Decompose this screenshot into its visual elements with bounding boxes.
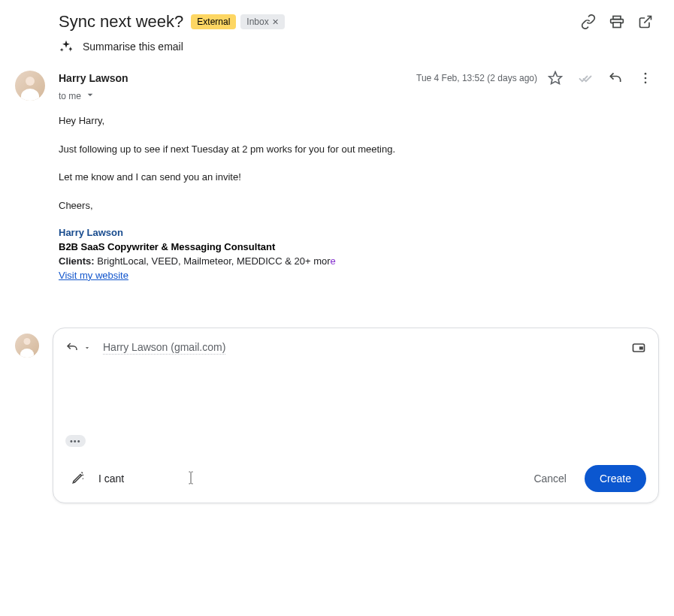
my-avatar: [15, 334, 39, 358]
sparkle-icon: [59, 39, 74, 54]
print-icon[interactable]: [609, 14, 624, 29]
email-timestamp: Tue 4 Feb, 13:52 (2 days ago): [416, 73, 537, 83]
popout-icon[interactable]: [631, 340, 646, 355]
create-button[interactable]: Create: [585, 465, 646, 492]
chevron-down-icon: [84, 89, 96, 103]
signature-link[interactable]: Visit my website: [59, 270, 128, 281]
text-cursor-icon: [186, 470, 196, 486]
recipient-label: to me: [59, 91, 81, 101]
signature-clients-text: BrightLocal, VEED, Mailmeteor, MEDDICC &…: [95, 255, 331, 267]
compose-card: Harry Lawson (gmail.com) ••• I cant: [53, 328, 659, 503]
signature-clients-accent: e: [331, 255, 336, 267]
more-icon[interactable]: [638, 71, 653, 86]
sender-name[interactable]: Harry Lawson: [59, 72, 128, 84]
svg-point-4: [645, 73, 647, 75]
svg-rect-8: [639, 347, 643, 350]
read-receipt-icon[interactable]: [578, 71, 593, 86]
sender-avatar[interactable]: [15, 71, 45, 101]
show-trimmed-button[interactable]: •••: [65, 435, 86, 447]
email-body: Hey Harry, Just following up to see if n…: [59, 113, 659, 213]
chevron-down-icon: [83, 344, 91, 352]
email-signature: Harry Lawson B2B SaaS Copywriter & Messa…: [59, 226, 659, 282]
draft-input[interactable]: I cant: [98, 473, 523, 485]
open-new-window-icon[interactable]: [638, 14, 653, 29]
recipient-dropdown[interactable]: to me: [59, 89, 659, 103]
summarise-button[interactable]: Summarise this email: [15, 39, 659, 54]
help-me-write-icon[interactable]: [71, 471, 85, 487]
external-badge: External: [191, 14, 236, 29]
remove-label-icon[interactable]: ✕: [272, 17, 279, 27]
email-subject: Sync next week?: [59, 12, 183, 32]
reply-type-dropdown[interactable]: [65, 341, 91, 355]
signature-clients-label: Clients:: [59, 255, 95, 267]
svg-rect-1: [613, 23, 621, 28]
compose-recipient[interactable]: Harry Lawson (gmail.com): [103, 341, 225, 355]
svg-marker-3: [549, 72, 562, 84]
inbox-badge[interactable]: Inbox ✕: [240, 14, 284, 29]
svg-point-6: [645, 82, 647, 84]
svg-point-5: [645, 77, 647, 80]
draft-text: I cant: [98, 473, 124, 485]
cancel-button[interactable]: Cancel: [523, 467, 577, 491]
inbox-badge-label: Inbox: [246, 17, 268, 27]
star-icon[interactable]: [548, 71, 563, 86]
summarise-label: Summarise this email: [83, 41, 183, 53]
reply-arrow-icon: [65, 341, 79, 355]
compose-body[interactable]: [65, 360, 646, 429]
reply-icon[interactable]: [608, 71, 623, 86]
link-icon[interactable]: [581, 14, 596, 29]
svg-line-2: [644, 17, 651, 23]
signature-name: Harry Lawson: [59, 226, 659, 240]
signature-title: B2B SaaS Copywriter & Messaging Consulta…: [59, 240, 659, 255]
